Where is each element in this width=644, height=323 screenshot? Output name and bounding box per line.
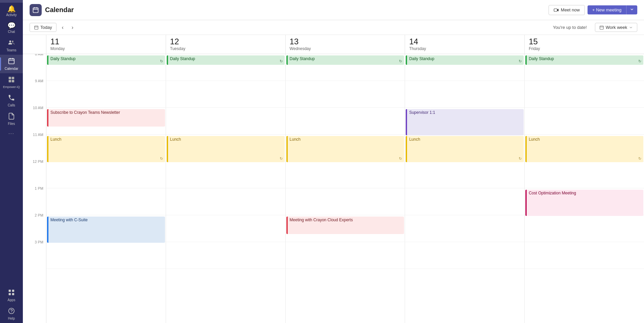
next-button[interactable]: › — [69, 23, 76, 32]
sidebar-item-activity[interactable]: 🔔 Activity — [0, 3, 23, 19]
help-icon — [8, 307, 15, 316]
time-label-2pm: 2 PM — [23, 213, 46, 240]
hour-cell-fri-10 — [525, 108, 644, 135]
event-lunch-fri[interactable]: Lunch ↻ — [525, 136, 643, 162]
repeat-icon: ↻ — [399, 59, 402, 63]
sidebar-label-teams: Teams — [6, 48, 16, 52]
calendar-grid: 11 Monday 12 Tuesday 13 Wednesday 14 Thu… — [23, 35, 644, 323]
svg-rect-21 — [35, 26, 38, 29]
event-daily-standup-mon[interactable]: Daily Standup ↻ — [47, 55, 165, 65]
event-meeting-crayon-cloud[interactable]: Meeting with Crayon Cloud Experts — [286, 217, 404, 234]
repeat-icon: ↻ — [280, 156, 283, 161]
event-title: Lunch — [170, 137, 181, 142]
day-col-thu: Daily Standup ↻ Supervisor 1:1 Lunch ↻ — [405, 54, 525, 323]
sidebar-top-bar — [0, 0, 23, 3]
time-label-11am: 11 AM — [23, 133, 46, 159]
sidebar-item-calls[interactable]: Calls — [0, 91, 23, 110]
day-col-wed: Daily Standup ↻ Lunch ↻ Meeting with Cra… — [286, 54, 405, 323]
new-meeting-button[interactable]: + New meeting — [588, 5, 626, 14]
svg-rect-6 — [9, 77, 11, 79]
event-subscribe-crayon[interactable]: Subscribe to Crayon Teams Newsletter — [47, 109, 165, 127]
new-meeting-label: + New meeting — [592, 7, 621, 12]
page-title: Calendar — [45, 6, 549, 14]
hour-cell-fri-9 — [525, 81, 644, 108]
event-daily-standup-thu[interactable]: Daily Standup ↻ — [406, 55, 524, 65]
day-col-fri: Daily Standup ↻ Lunch ↻ Cost Optimizatio… — [525, 54, 644, 323]
event-title: Daily Standup — [50, 56, 76, 61]
prev-button[interactable]: ‹ — [59, 23, 66, 32]
sidebar: 🔔 Activity 💬 Chat Teams Calendar — [0, 0, 23, 323]
time-label-8am: 8 AM — [23, 52, 46, 79]
day-number-mon: 11 — [50, 38, 162, 46]
event-lunch-thu[interactable]: Lunch ↻ — [406, 136, 524, 162]
calls-icon — [8, 94, 15, 102]
repeat-icon: ↻ — [519, 59, 522, 63]
sidebar-label-calls: Calls — [8, 103, 15, 107]
day-columns: Daily Standup ↻ Subscribe to Crayon Team… — [46, 54, 644, 323]
time-label-10am: 10 AM — [23, 106, 46, 133]
event-cost-optimization[interactable]: Cost Optimization Meeting — [525, 190, 643, 216]
event-supervisor-1on1[interactable]: Supervisor 1:1 — [406, 109, 524, 135]
event-title: Meeting with C-Suite — [50, 218, 88, 222]
sidebar-item-chat[interactable]: 💬 Chat — [0, 19, 23, 36]
meet-now-button[interactable]: Meet now — [549, 5, 585, 15]
sidebar-label-activity: Activity — [6, 13, 17, 17]
time-label-12pm: 12 PM — [23, 159, 46, 186]
hour-cell-wed-12 — [286, 162, 405, 188]
hour-cell-tue-3 — [166, 242, 285, 269]
event-title: Lunch — [290, 137, 301, 142]
sidebar-item-files[interactable]: Files — [0, 110, 23, 128]
video-icon — [554, 7, 559, 13]
svg-rect-8 — [9, 80, 11, 82]
event-daily-standup-tue[interactable]: Daily Standup ↻ — [167, 55, 285, 65]
event-lunch-tue[interactable]: Lunch ↻ — [167, 136, 285, 162]
sidebar-item-more[interactable]: ··· — [0, 128, 23, 138]
event-title: Supervisor 1:1 — [409, 110, 435, 115]
day-header-tue: 12 Tuesday — [166, 35, 286, 54]
day-name-thu: Thursday — [409, 46, 520, 51]
work-week-button[interactable]: Work week — [595, 23, 637, 32]
repeat-icon: ↻ — [519, 156, 522, 161]
hour-cell-thu-3 — [405, 242, 524, 269]
today-button[interactable]: Today — [30, 23, 56, 32]
hour-cell-wed-10 — [286, 108, 405, 135]
new-meeting-dropdown-button[interactable] — [626, 5, 637, 14]
sidebar-item-help[interactable]: Help — [0, 305, 23, 323]
more-icon: ··· — [8, 131, 14, 136]
sidebar-item-apps[interactable]: Apps — [0, 286, 23, 305]
time-label-9am: 9 AM — [23, 79, 46, 106]
time-gutter: 8 AM 9 AM 10 AM 11 AM 12 PM 1 PM 2 PM 3 … — [23, 54, 46, 323]
event-title: Subscribe to Crayon Teams Newsletter — [50, 110, 120, 115]
calendar-view-icon — [599, 25, 604, 30]
event-daily-standup-fri[interactable]: Daily Standup ↻ — [525, 55, 643, 65]
hour-cell-wed-3 — [286, 242, 405, 269]
calendar-today-icon — [34, 25, 39, 30]
sidebar-item-empower-iq[interactable]: Empower-iQ — [0, 73, 23, 91]
sidebar-label-calendar: Calendar — [5, 67, 18, 71]
event-lunch-mon[interactable]: Lunch ↻ — [47, 136, 165, 162]
sidebar-item-calendar[interactable]: Calendar — [0, 55, 23, 73]
day-header-fri: 15 Friday — [525, 35, 644, 54]
hour-cell-tue-9 — [166, 81, 285, 108]
sidebar-item-teams[interactable]: Teams — [0, 36, 23, 55]
day-name-fri: Friday — [529, 46, 640, 51]
svg-rect-16 — [33, 8, 38, 12]
day-number-tue: 12 — [170, 38, 281, 46]
hour-cell-thu-2 — [405, 215, 524, 242]
event-meeting-csuite[interactable]: Meeting with C-Suite — [47, 217, 165, 243]
up-to-date-text: You're up to date! — [553, 25, 587, 30]
svg-rect-9 — [12, 80, 14, 82]
day-name-mon: Monday — [50, 46, 162, 51]
svg-rect-2 — [9, 59, 14, 64]
hour-cell-mon-3 — [46, 242, 166, 269]
event-daily-standup-wed[interactable]: Daily Standup ↻ — [286, 55, 404, 65]
time-label-3pm: 3 PM — [23, 240, 46, 267]
repeat-icon: ↻ — [160, 156, 163, 161]
svg-point-15 — [11, 312, 11, 313]
svg-point-0 — [9, 41, 11, 43]
chat-icon: 💬 — [7, 22, 16, 29]
svg-rect-23 — [600, 26, 604, 29]
today-label: Today — [40, 25, 52, 30]
event-lunch-wed[interactable]: Lunch ↻ — [286, 136, 404, 162]
repeat-icon: ↻ — [638, 156, 641, 161]
